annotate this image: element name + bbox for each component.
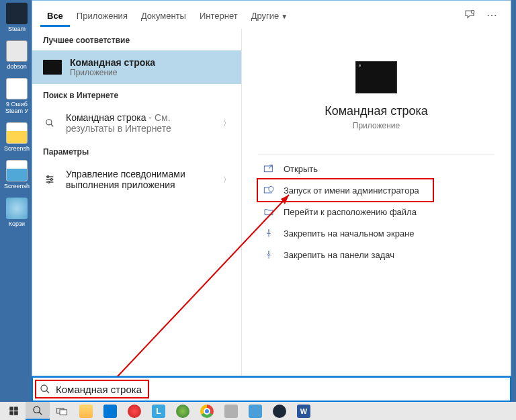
feedback-icon[interactable] xyxy=(458,3,481,26)
tab-apps[interactable]: Приложения xyxy=(70,3,134,26)
desktop-label: 9 Ошиб Steam У xyxy=(0,101,34,114)
svg-point-4 xyxy=(47,176,49,178)
taskbar-word[interactable]: W xyxy=(292,402,316,420)
taskbar-opera[interactable] xyxy=(122,402,146,420)
svg-point-15 xyxy=(41,385,47,391)
pin-icon xyxy=(262,249,275,260)
start-button[interactable] xyxy=(1,402,26,420)
desktop-label: Screensh xyxy=(0,145,34,152)
svg-point-0 xyxy=(471,10,474,13)
taskbar-search[interactable] xyxy=(26,402,50,420)
search-tabs: Все Приложения Документы Интернет Другие… xyxy=(32,1,511,29)
sliders-icon xyxy=(43,173,56,186)
taskbar-taskview[interactable] xyxy=(50,402,74,420)
action-label: Запуск от имени администратора xyxy=(284,185,419,196)
cmd-icon xyxy=(43,60,62,75)
taskbar-app-gray[interactable] xyxy=(219,402,243,420)
result-subtitle: Приложение xyxy=(70,68,230,77)
action-pin-start[interactable]: Закрепить на начальном экране xyxy=(258,222,433,244)
tab-documents[interactable]: Документы xyxy=(134,3,193,26)
desktop: Steam dobson 9 Ошиб Steam У Screensh Scr… xyxy=(0,0,34,376)
action-label: Закрепить на начальном экране xyxy=(284,228,415,239)
desktop-icon-recycle-bin[interactable]: Корзи xyxy=(0,198,34,227)
action-label: Открыть xyxy=(284,164,318,174)
tab-all[interactable]: Все xyxy=(40,3,70,26)
svg-point-21 xyxy=(34,407,40,413)
result-web-text: Командная строка - См. результаты в Инте… xyxy=(66,112,218,134)
more-icon[interactable]: ⋯ xyxy=(481,3,503,27)
svg-rect-17 xyxy=(9,407,13,411)
desktop-icon-screenshot1[interactable]: Screensh xyxy=(0,122,34,152)
search-input[interactable] xyxy=(56,384,503,395)
tab-more[interactable]: Другие▼ xyxy=(245,3,295,26)
desktop-icon-screenshot2[interactable]: Screensh xyxy=(0,160,34,190)
open-icon xyxy=(262,163,275,174)
action-open-location[interactable]: Перейти к расположению файла xyxy=(258,201,433,222)
search-bar[interactable] xyxy=(32,376,511,402)
desktop-icon-doc[interactable]: 9 Ошиб Steam У xyxy=(0,78,34,114)
svg-rect-9 xyxy=(264,166,272,172)
chevron-down-icon: ▼ xyxy=(281,13,288,20)
taskbar-app-green[interactable] xyxy=(171,402,195,420)
action-label: Перейти к расположению файла xyxy=(284,207,417,217)
result-settings-text: Управление псевдонимами выполнения прило… xyxy=(66,169,218,190)
pin-icon xyxy=(262,228,275,239)
svg-point-8 xyxy=(48,181,50,183)
svg-rect-20 xyxy=(14,411,18,415)
section-best-match: Лучшее соответствие xyxy=(32,29,241,50)
search-icon xyxy=(40,384,50,394)
action-pin-taskbar[interactable]: Закрепить на панели задач xyxy=(258,244,433,265)
taskbar-mail[interactable] xyxy=(98,402,122,420)
taskbar: L W xyxy=(0,402,516,420)
svg-line-22 xyxy=(39,412,42,415)
result-title: Командная строка xyxy=(70,57,230,68)
desktop-label: Steam xyxy=(0,26,34,32)
chevron-right-icon: 〉 xyxy=(223,175,230,185)
details-subtitle: Приложение xyxy=(258,121,494,130)
result-alias-settings[interactable]: Управление псевдонимами выполнения прило… xyxy=(32,162,241,197)
taskbar-app-blue[interactable] xyxy=(243,402,267,420)
chevron-right-icon: 〉 xyxy=(223,118,230,128)
desktop-label: Screensh xyxy=(0,183,34,190)
admin-icon xyxy=(262,185,275,196)
svg-point-1 xyxy=(46,120,52,125)
taskbar-chrome[interactable] xyxy=(195,402,219,420)
results-list: Лучшее соответствие Командная строка При… xyxy=(32,29,242,376)
start-search-panel: Все Приложения Документы Интернет Другие… xyxy=(32,0,511,376)
desktop-icon-dobson[interactable]: dobson xyxy=(0,40,34,70)
action-open[interactable]: Открыть xyxy=(258,158,433,179)
svg-point-6 xyxy=(50,179,52,181)
section-web: Поиск в Интернете xyxy=(32,84,241,106)
svg-rect-19 xyxy=(9,411,13,415)
taskbar-explorer[interactable] xyxy=(74,402,98,420)
folder-icon xyxy=(262,206,275,217)
result-command-prompt[interactable]: Командная строка Приложение xyxy=(32,50,241,84)
svg-line-2 xyxy=(51,124,54,127)
cmd-preview-icon xyxy=(355,61,397,93)
svg-line-16 xyxy=(46,390,49,393)
result-web-search[interactable]: Командная строка - См. результаты в Инте… xyxy=(32,106,241,140)
taskbar-steam[interactable] xyxy=(267,402,292,420)
details-pane: Командная строка Приложение Открыть Запу… xyxy=(242,29,511,376)
desktop-icon-steam[interactable]: Steam xyxy=(0,3,34,32)
taskbar-app-l[interactable]: L xyxy=(146,402,171,420)
action-label: Закрепить на панели задач xyxy=(284,250,394,260)
svg-rect-18 xyxy=(14,407,18,411)
search-icon xyxy=(43,116,56,130)
desktop-label: dobson xyxy=(0,63,34,70)
details-title: Командная строка xyxy=(258,104,494,118)
action-run-as-admin[interactable]: Запуск от имени администратора xyxy=(258,179,433,201)
desktop-label: Корзи xyxy=(0,220,34,227)
svg-rect-24 xyxy=(60,409,67,415)
tab-web[interactable]: Интернет xyxy=(193,3,245,26)
section-settings: Параметры xyxy=(32,140,241,162)
